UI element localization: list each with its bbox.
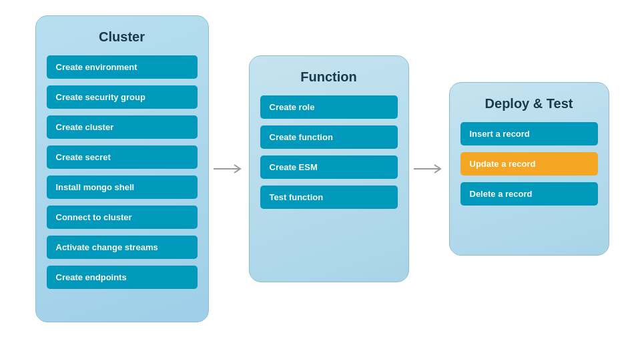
cluster-column: Cluster Create environment Create securi… bbox=[35, 15, 209, 322]
cluster-item-7[interactable]: Create endpoints bbox=[47, 266, 198, 289]
function-item-1[interactable]: Create function bbox=[260, 125, 398, 149]
function-item-0[interactable]: Create role bbox=[260, 95, 398, 119]
cluster-item-5[interactable]: Connect to cluster bbox=[47, 206, 198, 229]
deploy-item-2[interactable]: Delete a record bbox=[460, 182, 598, 206]
arrow-2 bbox=[409, 162, 449, 176]
deploy-title: Deploy & Test bbox=[485, 96, 573, 111]
deploy-item-0[interactable]: Insert a record bbox=[460, 122, 598, 145]
cluster-item-1[interactable]: Create security group bbox=[47, 85, 198, 109]
cluster-title: Cluster bbox=[99, 29, 145, 45]
cluster-item-2[interactable]: Create cluster bbox=[47, 115, 198, 139]
arrow-1-icon bbox=[212, 162, 246, 176]
cluster-item-6[interactable]: Activate change streams bbox=[47, 236, 198, 259]
cluster-item-3[interactable]: Create secret bbox=[47, 145, 198, 169]
function-item-2[interactable]: Create ESM bbox=[260, 155, 398, 179]
deploy-item-1[interactable]: Update a record bbox=[460, 152, 598, 176]
function-item-3[interactable]: Test function bbox=[260, 186, 398, 209]
cluster-item-0[interactable]: Create environment bbox=[47, 55, 198, 79]
arrow-1 bbox=[209, 162, 249, 176]
function-title: Function bbox=[300, 69, 356, 85]
deploy-column: Deploy & Test Insert a record Update a r… bbox=[449, 82, 609, 256]
cluster-item-4[interactable]: Install mongo shell bbox=[47, 176, 198, 199]
function-column: Function Create role Create function Cre… bbox=[249, 55, 409, 282]
diagram-container: Cluster Create environment Create securi… bbox=[0, 0, 644, 337]
arrow-2-icon bbox=[412, 162, 446, 176]
